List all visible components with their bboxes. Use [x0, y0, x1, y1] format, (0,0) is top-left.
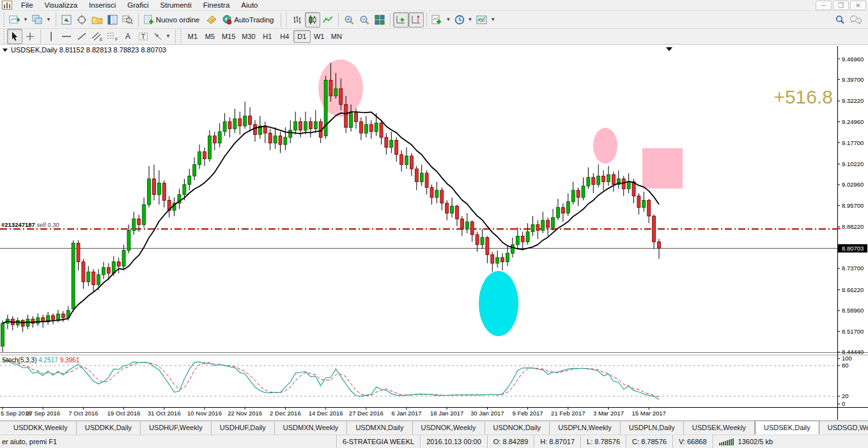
chart-tab[interactable]: USDPLN,Weekly	[550, 422, 621, 435]
bar-chart-type-button[interactable]	[290, 12, 305, 27]
svg-text:8.51700: 8.51700	[842, 328, 864, 335]
toolbar-separator	[281, 13, 281, 27]
svg-text:3 Mar 2017: 3 Mar 2017	[593, 410, 624, 417]
menu-file[interactable]: File	[15, 0, 39, 11]
timeframe-m5[interactable]: M5	[201, 30, 219, 43]
status-help-text: er aiuto, premi F1	[0, 435, 336, 448]
chart-tab[interactable]: USDNOK,Weekly	[413, 422, 485, 435]
minimize-button[interactable]: ─	[816, 1, 832, 10]
svg-text:30 Jan 2017: 30 Jan 2017	[470, 410, 504, 417]
svg-text:9.02960: 9.02960	[842, 181, 864, 188]
search-button[interactable]	[832, 12, 848, 27]
vertical-line-tool-button[interactable]	[43, 29, 59, 44]
timeframe-m1[interactable]: M1	[184, 30, 201, 43]
status-close: C: 8.78576	[626, 435, 672, 448]
analyst-annotations[interactable]	[318, 59, 683, 336]
svg-text:9.39700: 9.39700	[842, 76, 864, 83]
auto-scroll-button[interactable]	[393, 12, 408, 27]
chart-canvas[interactable]: #213247187 sell 0.30+516.8USDSEK,Daily 8…	[0, 45, 868, 421]
menu-inserisci[interactable]: Inserisci	[83, 0, 121, 11]
zoom-out-button[interactable]	[357, 12, 372, 27]
toolbar-separator	[426, 13, 427, 27]
strategy-tester-button[interactable]	[120, 12, 136, 27]
toolbar-separator	[56, 13, 56, 27]
svg-text:9.32220: 9.32220	[842, 97, 864, 104]
text-label-tool-button[interactable]: T	[136, 29, 151, 44]
menu-grafici[interactable]: Grafici	[121, 0, 154, 11]
status-connection: 13602/5 kb	[713, 435, 779, 448]
data-window-button[interactable]	[105, 12, 120, 27]
line-chart-type-button[interactable]	[320, 12, 336, 27]
chart-tab[interactable]: USDDKK,Weekly	[5, 422, 77, 435]
timeframe-mn[interactable]: MN	[328, 30, 345, 43]
chart-tab[interactable]: USDMXN,Weekly	[275, 422, 348, 435]
autotrading-button[interactable]: AutoTrading	[219, 12, 278, 27]
menu-aiuto[interactable]: Aiuto	[235, 0, 263, 11]
arrows-tool-button[interactable]: ▼	[151, 29, 173, 44]
highlight-rectangle	[642, 148, 683, 189]
chart-tab[interactable]: USDHUF,Daily	[212, 422, 275, 435]
periods-button[interactable]: ▼	[453, 12, 474, 27]
navigator-button[interactable]	[89, 12, 105, 27]
timeframe-h1[interactable]: H1	[259, 30, 276, 43]
connection-traffic: 13602/5 kb	[738, 435, 773, 448]
crosshair-window-button[interactable]	[74, 12, 89, 27]
chart-tab[interactable]: USDSGD,Weekl	[819, 422, 868, 435]
chart-tab[interactable]: USDSEK,Weekly	[684, 422, 755, 435]
candlestick-type-button[interactable]	[305, 12, 320, 27]
indicators-button[interactable]: ▼	[430, 12, 453, 27]
fibo-sub-label: F	[115, 37, 118, 42]
svg-text:8.58960: 8.58960	[842, 307, 864, 314]
crosshair-tool-button[interactable]	[22, 29, 38, 44]
chart-tab[interactable]: USDHUF,Weekly	[141, 422, 212, 435]
zoom-in-button[interactable]	[341, 12, 357, 27]
profiles-button[interactable]: ▼	[30, 12, 53, 27]
menu-strumenti[interactable]: Strumenti	[155, 0, 198, 11]
chart-tab[interactable]: USDNOK,Daily	[485, 422, 550, 435]
timeframe-m30[interactable]: M30	[238, 30, 258, 43]
svg-text:6 Jan 2017: 6 Jan 2017	[391, 410, 421, 417]
timeframe-w1[interactable]: W1	[311, 30, 328, 43]
tile-windows-button[interactable]	[372, 12, 387, 27]
text-tool-button[interactable]: A	[120, 29, 136, 44]
market-watch-button[interactable]	[59, 12, 74, 27]
toolbar-separator	[390, 13, 391, 27]
horizontal-line-tool-button[interactable]	[59, 29, 74, 44]
menu-visualizza[interactable]: Visualizza	[39, 0, 84, 11]
new-order-button[interactable]: Nuovo ordine	[141, 12, 204, 27]
equidistant-channel-tool-button[interactable]: E	[89, 29, 105, 44]
svg-text:19 Oct 2016: 19 Oct 2016	[107, 410, 141, 417]
chevron-down-icon: ▼	[446, 17, 451, 22]
toolbar-drag-handle[interactable]	[180, 29, 183, 43]
toolbar-drag-handle[interactable]	[3, 13, 6, 27]
chart-tab[interactable]: USDPLN,Daily	[621, 422, 684, 435]
highlight-ellipse	[593, 128, 617, 164]
svg-text:18 Jan 2017: 18 Jan 2017	[430, 410, 463, 417]
chart-menu-arrow-icon[interactable]	[3, 49, 8, 52]
chat-button[interactable]	[848, 12, 864, 27]
toolbar-drag-handle[interactable]	[285, 13, 288, 27]
chart-tab-active[interactable]: USDSEK,Daily	[755, 421, 819, 435]
chart-tab[interactable]: USDMXN,Daily	[347, 422, 412, 435]
timeframe-h4[interactable]: H4	[276, 30, 293, 43]
templates-button[interactable]: ▼	[474, 12, 497, 27]
status-high: H: 8.87017	[534, 435, 580, 448]
toolbar-drag-handle[interactable]	[3, 29, 6, 43]
svg-text:2 Dec 2016: 2 Dec 2016	[270, 410, 301, 417]
svg-text:9 Feb 2017: 9 Feb 2017	[513, 410, 543, 417]
new-chart-button[interactable]: ▼	[7, 12, 30, 27]
timeframe-m15[interactable]: M15	[219, 30, 238, 43]
status-strategy: 6-STRATEGIA WEEKL	[336, 435, 420, 448]
menu-finestra[interactable]: Finestra	[198, 0, 236, 11]
restore-button[interactable]: ❐	[833, 1, 849, 10]
expert-advisor-icon[interactable]	[204, 12, 219, 27]
timeframe-d1[interactable]: D1	[293, 30, 311, 43]
chart-shift-marker-icon[interactable]	[666, 47, 672, 51]
svg-text:8.66220: 8.66220	[842, 286, 864, 293]
close-button[interactable]: ✕	[850, 1, 866, 10]
trendline-tool-button[interactable]	[74, 29, 89, 44]
chart-shift-button[interactable]	[408, 12, 424, 27]
fibonacci-tool-button[interactable]: F	[105, 29, 120, 44]
cursor-tool-button[interactable]	[7, 29, 22, 44]
chart-tab[interactable]: USDDKK,Daily	[77, 422, 141, 435]
